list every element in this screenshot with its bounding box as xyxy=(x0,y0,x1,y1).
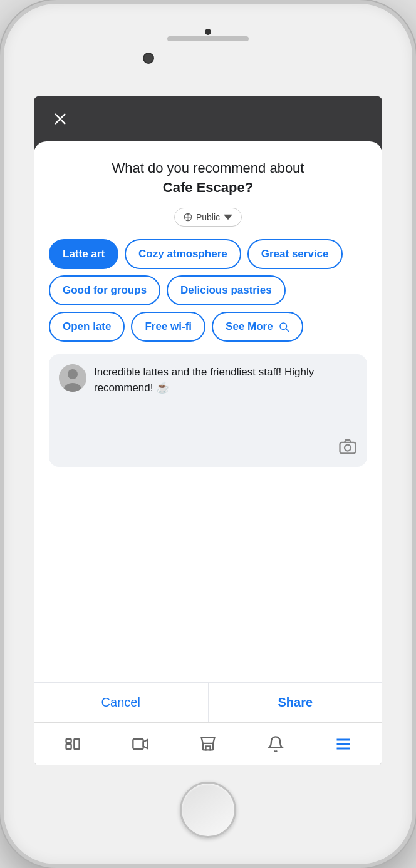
share-button[interactable]: Share xyxy=(209,683,383,722)
modal-card: What do you recommend about Cafe Escape?… xyxy=(34,141,382,722)
tag-latte-art[interactable]: Latte art xyxy=(49,239,118,269)
nav-menu[interactable] xyxy=(327,730,360,758)
volume-down-button xyxy=(0,254,3,304)
nav-video[interactable] xyxy=(124,730,157,758)
tags-container: Latte art Cozy atmosphere Great service … xyxy=(49,239,367,342)
tag-good-for-groups[interactable]: Good for groups xyxy=(49,275,160,305)
bottom-nav xyxy=(34,722,382,765)
phone-screen: What do you recommend about Cafe Escape?… xyxy=(34,96,382,765)
chevron-down-icon xyxy=(224,213,232,222)
nav-marketplace[interactable] xyxy=(192,730,224,758)
globe-icon xyxy=(184,213,192,222)
search-icon xyxy=(278,321,289,332)
topbar xyxy=(34,96,382,141)
review-input-container[interactable]: Incredible lattes and the friendliest st… xyxy=(49,354,367,467)
phone-frame: What do you recommend about Cafe Escape?… xyxy=(0,0,416,868)
svg-rect-12 xyxy=(74,739,79,749)
user-avatar xyxy=(59,364,86,392)
camera-button[interactable] xyxy=(338,437,357,458)
svg-rect-13 xyxy=(133,739,143,749)
tag-open-late[interactable]: Open late xyxy=(49,312,125,342)
svg-rect-10 xyxy=(66,739,71,743)
power-button xyxy=(413,179,416,223)
tag-great-service[interactable]: Great service xyxy=(247,239,343,269)
tag-cozy-atmosphere[interactable]: Cozy atmosphere xyxy=(125,239,241,269)
svg-point-9 xyxy=(345,444,351,451)
phone-dot xyxy=(205,29,211,35)
close-button[interactable] xyxy=(49,108,71,130)
see-more-button[interactable]: See More xyxy=(212,312,303,342)
modal-content: What do you recommend about Cafe Escape?… xyxy=(34,141,382,682)
tag-free-wifi[interactable]: Free wi-fi xyxy=(131,312,205,342)
volume-up-button xyxy=(0,191,3,242)
review-text[interactable]: Incredible lattes and the friendliest st… xyxy=(94,364,357,396)
privacy-selector[interactable]: Public xyxy=(174,208,242,227)
home-button[interactable] xyxy=(180,782,236,838)
nav-home[interactable] xyxy=(56,730,89,758)
modal-footer: Cancel Share xyxy=(34,682,382,722)
tag-delicious-pastries[interactable]: Delicious pastries xyxy=(167,275,286,305)
phone-camera xyxy=(143,53,154,64)
svg-point-6 xyxy=(68,369,78,379)
phone-speaker xyxy=(167,36,249,41)
cancel-button[interactable]: Cancel xyxy=(34,683,209,722)
svg-line-4 xyxy=(286,329,288,331)
modal-title: What do you recommend about Cafe Escape? xyxy=(49,159,367,198)
nav-notifications[interactable] xyxy=(259,730,292,758)
mute-button xyxy=(0,148,3,179)
svg-rect-11 xyxy=(66,744,71,749)
